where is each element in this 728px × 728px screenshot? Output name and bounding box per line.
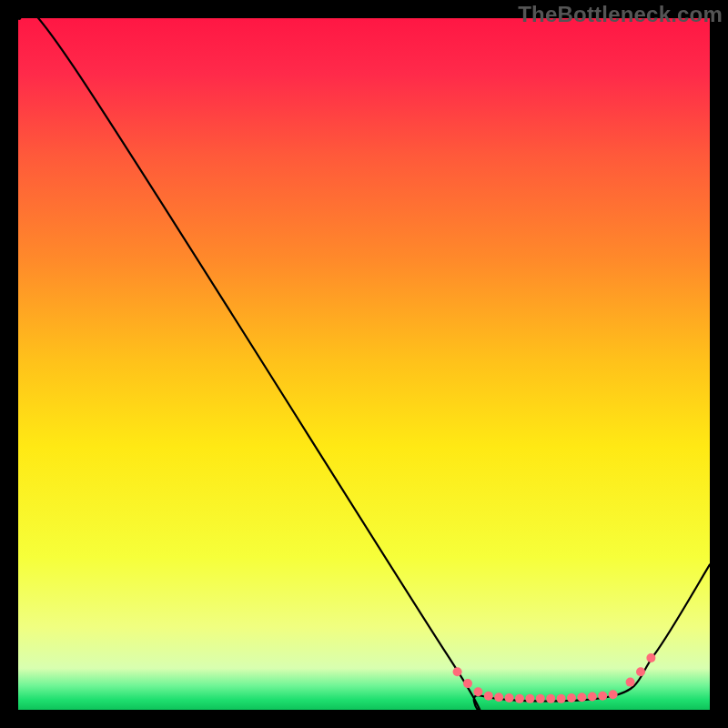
marker-dot	[505, 693, 514, 703]
marker-dot	[536, 694, 545, 703]
marker-dot	[646, 653, 655, 662]
marker-dot	[525, 694, 534, 703]
marker-dot	[577, 693, 586, 702]
marker-dot	[567, 693, 576, 703]
marker-dot	[588, 693, 597, 702]
marker-dot	[609, 690, 618, 699]
marker-dot	[626, 678, 635, 687]
marker-dot	[494, 693, 503, 702]
marker-dot	[636, 667, 645, 676]
marker-dot	[546, 694, 555, 703]
marker-dot	[484, 692, 493, 701]
chart-container: TheBottleneck.com	[0, 0, 728, 728]
attribution-text: TheBottleneck.com	[518, 2, 723, 27]
gradient-background	[18, 18, 710, 710]
marker-dot	[473, 687, 482, 696]
marker-dot	[598, 692, 607, 701]
marker-dot	[463, 679, 472, 688]
marker-dot	[557, 694, 566, 703]
plot-svg	[18, 18, 710, 710]
marker-dot	[453, 667, 462, 676]
plot-area	[18, 18, 710, 710]
marker-dot	[515, 694, 524, 703]
